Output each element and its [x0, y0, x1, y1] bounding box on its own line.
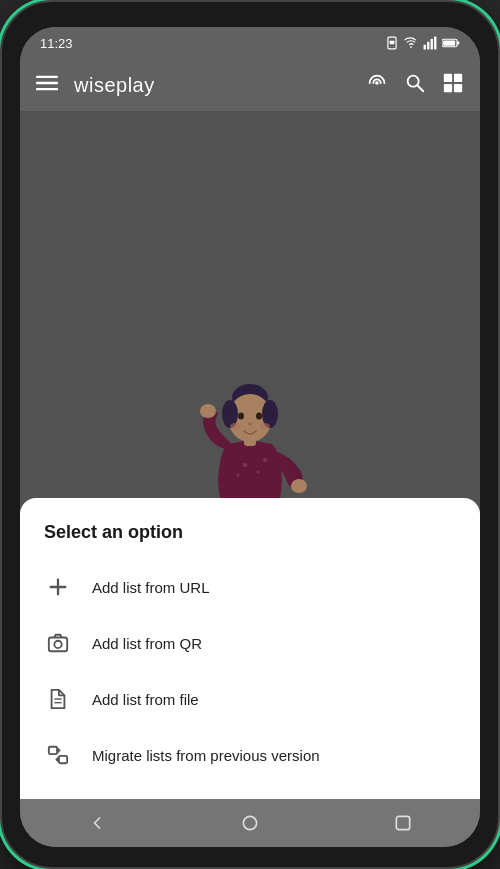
cast-icon[interactable]: [366, 72, 388, 99]
app-bar: wiseplay: [20, 59, 480, 111]
svg-point-2: [410, 46, 412, 48]
svg-rect-46: [397, 816, 410, 829]
menu-item-qr[interactable]: Add list from QR: [20, 615, 480, 671]
svg-rect-39: [49, 638, 67, 652]
svg-rect-8: [457, 42, 459, 45]
menu-item-file-label: Add list from file: [92, 691, 199, 708]
back-button[interactable]: [73, 799, 121, 847]
home-button[interactable]: [226, 799, 274, 847]
menu-item-migrate[interactable]: Migrate lists from previous version: [20, 727, 480, 783]
search-icon[interactable]: [404, 72, 426, 99]
svg-rect-6: [434, 37, 436, 50]
phone-screen: 11:23: [20, 27, 480, 847]
svg-rect-5: [431, 39, 433, 50]
menu-item-qr-label: Add list from QR: [92, 635, 202, 652]
svg-rect-3: [424, 45, 426, 50]
phone-frame: 11:23: [0, 0, 500, 869]
svg-point-45: [243, 816, 256, 829]
migrate-icon: [44, 741, 72, 769]
svg-rect-18: [444, 83, 452, 91]
svg-rect-4: [427, 42, 429, 50]
svg-rect-19: [454, 83, 462, 91]
svg-rect-12: [36, 88, 58, 90]
svg-rect-1: [390, 41, 395, 45]
svg-line-15: [418, 85, 424, 91]
status-icons: [385, 36, 460, 50]
camera-icon: [44, 629, 72, 657]
plus-icon: [44, 573, 72, 601]
svg-rect-16: [444, 73, 452, 81]
status-bar: 11:23: [20, 27, 480, 59]
svg-rect-11: [36, 81, 58, 83]
menu-item-migrate-label: Migrate lists from previous version: [92, 747, 320, 764]
svg-point-14: [408, 75, 419, 86]
grid-icon[interactable]: [442, 72, 464, 99]
battery-icon: [442, 37, 460, 49]
svg-rect-10: [36, 75, 58, 77]
file-icon: [44, 685, 72, 713]
nav-bar: [20, 799, 480, 847]
svg-point-40: [54, 641, 61, 648]
svg-rect-9: [443, 40, 455, 45]
svg-rect-43: [49, 747, 57, 754]
wifi-icon: [404, 36, 418, 50]
sim-icon: [385, 36, 399, 50]
bottom-sheet-title: Select an option: [20, 522, 480, 559]
menu-item-url[interactable]: Add list from URL: [20, 559, 480, 615]
bottom-sheet: Select an option Add list from URL: [20, 498, 480, 799]
main-content: Select an option Add list from URL: [20, 111, 480, 799]
app-bar-actions: [366, 72, 464, 99]
menu-item-url-label: Add list from URL: [92, 579, 210, 596]
svg-rect-44: [59, 756, 67, 763]
signal-icon: [423, 36, 437, 50]
menu-icon[interactable]: [36, 72, 58, 99]
status-time: 11:23: [40, 36, 73, 51]
app-title: wiseplay: [74, 74, 350, 97]
menu-item-file[interactable]: Add list from file: [20, 671, 480, 727]
svg-rect-17: [454, 73, 462, 81]
svg-point-13: [375, 81, 379, 85]
recents-button[interactable]: [379, 799, 427, 847]
